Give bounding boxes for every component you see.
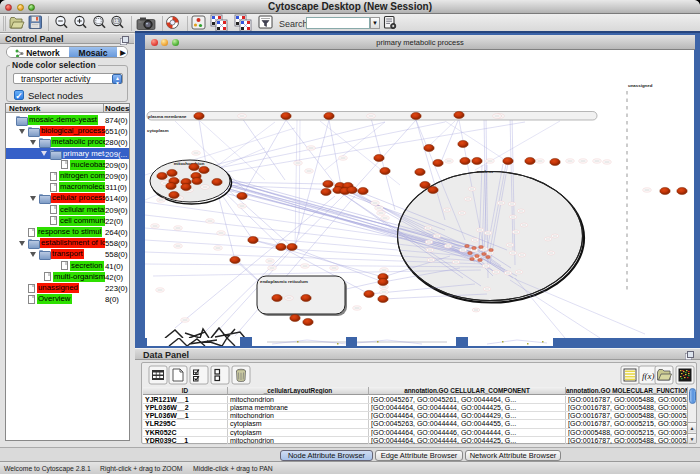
svg-text:cytoplasm: cytoplasm — [147, 128, 169, 133]
svg-text:f(x): f(x) — [642, 371, 655, 381]
svg-text:mitochondrion: mitochondrion — [174, 161, 205, 166]
svg-text:unassigned: unassigned — [628, 83, 653, 88]
svg-text:endoplasmic reticulum: endoplasmic reticulum — [260, 279, 308, 284]
svg-text:1:1: 1:1 — [114, 19, 119, 23]
svg-text:nucleus: nucleus — [477, 169, 494, 174]
svg-text:plasma membrane: plasma membrane — [148, 114, 187, 119]
